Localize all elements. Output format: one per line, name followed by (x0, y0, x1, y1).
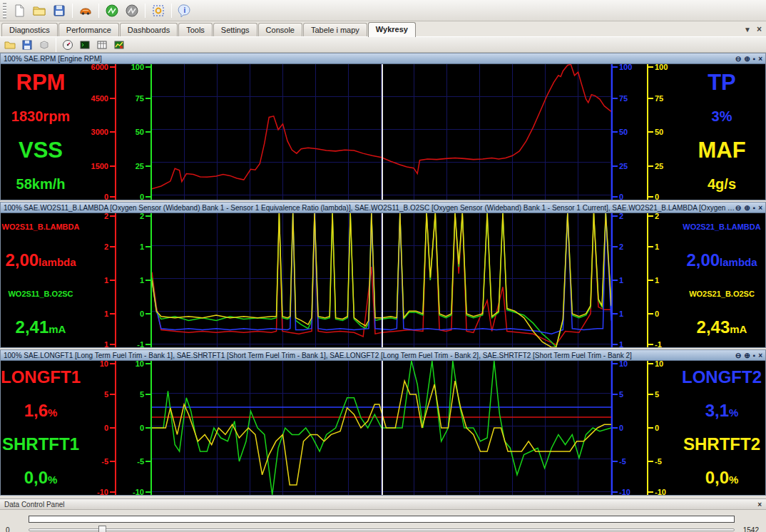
signal-value-shrtft2: 0,0% (705, 468, 739, 488)
time-cursor[interactable] (382, 64, 383, 200)
axis-tick-label: -10 (655, 488, 666, 496)
axis-shrtft2: 1050-5-10 (647, 361, 678, 495)
axis-tp: 1007550250 (611, 64, 647, 200)
axis-tick-mark (110, 491, 115, 493)
axis-tick: 2 (140, 212, 150, 220)
axis-tick-mark (613, 491, 618, 493)
tab-settings[interactable]: Settings (213, 23, 257, 36)
axis-tick-mark (648, 215, 653, 217)
axis-tick-mark (110, 313, 115, 314)
plot-area-oxygen[interactable] (152, 213, 611, 347)
axis-tick: 1500 (91, 162, 115, 170)
axis-tick: 2 (104, 242, 115, 251)
panel-collapse-icon[interactable]: ⊖ (735, 204, 741, 212)
selection-tool-button[interactable] (149, 2, 168, 19)
tab-performance[interactable]: Performance (58, 23, 119, 36)
tab-console[interactable]: Console (258, 23, 302, 36)
axis-tick-mark (648, 98, 653, 99)
tab-diagnostics[interactable]: Diagnostics (1, 23, 58, 36)
vehicle-button[interactable] (76, 2, 95, 19)
axis-tick-label: 75 (619, 94, 628, 103)
axis-tick: 1 (104, 340, 115, 349)
data-control-panel-close-icon[interactable]: × (757, 501, 762, 508)
panel-expand-icon[interactable]: ⊕ (744, 55, 750, 63)
tab-tabele-i-mapy[interactable]: Tabele i mapy (303, 23, 367, 36)
panel-collapse-icon[interactable]: ⊖ (735, 352, 741, 359)
open-chart-button[interactable] (2, 38, 18, 51)
console-view-button[interactable] (77, 38, 93, 51)
toolbar-grip[interactable] (3, 3, 6, 19)
signal-name-lambda2: WO2S21_B.LAMBDA (683, 223, 760, 231)
data-control-panel-header[interactable]: Data Control Panel × (0, 498, 766, 510)
axis-tick: 10 (613, 359, 628, 368)
new-file-button[interactable] (10, 2, 29, 19)
timeline-slider-thumb[interactable] (98, 526, 106, 532)
axis-tick-label: 100 (655, 63, 668, 71)
axis-tick: -5 (613, 457, 626, 466)
tab-overflow-icon[interactable]: ▼ (744, 26, 751, 34)
axis-tick: 100 (648, 63, 668, 71)
console-icon (79, 39, 91, 51)
export-button[interactable] (36, 38, 52, 51)
axis-tick-mark (648, 313, 653, 314)
signal-value-longft2: 3,1% (705, 401, 739, 421)
panel-title: 100% SAE.RPM [Engine RPM] (4, 55, 735, 63)
time-cursor[interactable] (382, 213, 383, 347)
plot-area-fueltrim[interactable] (152, 361, 611, 495)
axis-tick: 3000 (91, 128, 115, 136)
panel-close-icon[interactable]: × (758, 204, 762, 212)
axis-tick-label: 6000 (91, 63, 108, 71)
axis-tick-mark (145, 363, 150, 364)
plot-area-rpm[interactable] (152, 64, 611, 200)
axis-tick-label: 2 (104, 212, 108, 220)
gauge-view-button[interactable] (60, 38, 76, 51)
axis-tick-label: 1 (655, 276, 659, 285)
signal-name-shrtft1: SHRTFT1 (2, 436, 79, 453)
info-button[interactable]: i (175, 2, 194, 19)
axis-tick-mark (613, 196, 618, 198)
tab-wykresy[interactable]: Wykresy (368, 22, 416, 37)
table-view-button[interactable] (94, 38, 110, 51)
panel-maximize-icon[interactable]: ▪ (753, 55, 756, 63)
tab-dashboards[interactable]: Dashboards (120, 23, 178, 36)
time-cursor[interactable] (382, 361, 383, 495)
axis-tick: 0 (648, 193, 659, 201)
panel-expand-icon[interactable]: ⊕ (744, 204, 750, 212)
signal-value-o2sc1: 2,41mA (16, 317, 66, 337)
axis-tick-mark (613, 246, 618, 247)
save-chart-button[interactable] (19, 38, 35, 51)
axis-tick-label: 100 (619, 63, 632, 71)
open-file-button[interactable] (30, 2, 48, 19)
playback-range-bar[interactable] (29, 516, 735, 523)
connect-button[interactable] (103, 2, 121, 19)
axis-tick-mark (613, 344, 618, 345)
panel-title: 100% SAE.WO2S11_B.LAMBDA [Oxygen Sensor … (4, 204, 735, 212)
axis-tick-mark (110, 165, 115, 167)
panel-close-icon[interactable]: × (758, 352, 762, 359)
panel-expand-icon[interactable]: ⊕ (744, 352, 750, 359)
panel-maximize-icon[interactable]: ▪ (753, 352, 756, 359)
axis-tick: 0 (648, 424, 659, 432)
axis-o2sc1: 2110-1 (116, 213, 152, 347)
axis-tick: 50 (613, 128, 628, 136)
panel-close-icon[interactable]: × (758, 55, 762, 63)
axis-tick-label: -5 (101, 457, 108, 466)
axis-tick: 2 (648, 212, 659, 220)
axis-tick: 0 (648, 310, 659, 318)
axis-tick-mark (145, 165, 150, 167)
axis-shrtft1: 1050-5-10 (116, 361, 152, 495)
save-file-button[interactable] (50, 2, 68, 19)
chart-view-button[interactable] (111, 38, 127, 51)
tab-close-icon[interactable]: × (757, 24, 762, 34)
disconnect-button[interactable] (123, 2, 141, 19)
panel-maximize-icon[interactable]: ▪ (753, 204, 756, 212)
axis-tick-mark (110, 215, 115, 217)
tab-tools[interactable]: Tools (178, 23, 213, 36)
axis-tick-label: 1 (140, 242, 144, 251)
axis-tick-label: 0 (104, 424, 108, 432)
axis-tick-mark (145, 66, 150, 68)
timeline-slider-track[interactable] (29, 528, 735, 531)
panel-collapse-icon[interactable]: ⊖ (735, 55, 741, 63)
axis-tick: 25 (613, 162, 628, 170)
axis-tick: 75 (136, 94, 150, 103)
